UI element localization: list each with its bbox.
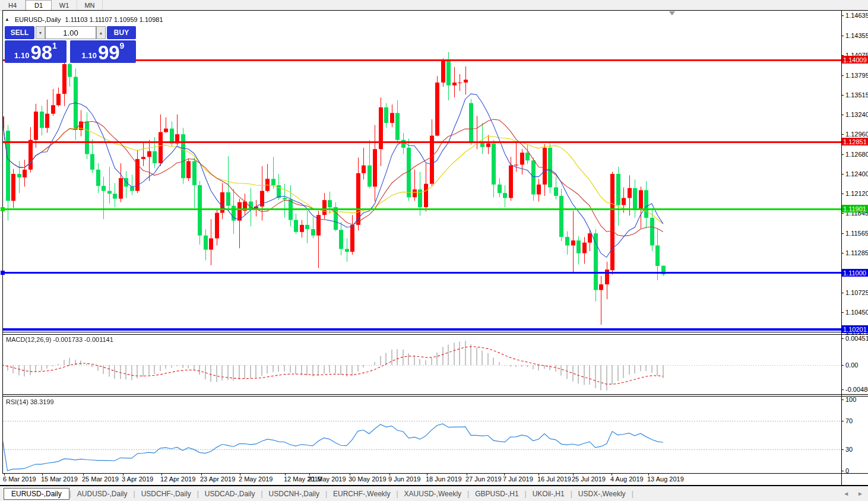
chart-ohlc-values: 1.11103 1.11107 1.10959 1.10981 [65,16,163,23]
axis-tick [841,338,844,339]
tab-scroll-right-icon[interactable]: ► [857,490,863,497]
chart-tab-usdcnh[interactable]: USDCNH-,Daily [263,488,325,500]
macd-rsi-separator-a [2,394,868,395]
timeframe-button-d1[interactable]: D1 [26,0,52,10]
price-axis-label: 1.14355 [845,32,868,39]
lot-increase-icon[interactable]: ▲ [96,26,106,39]
chart-tab-usdx[interactable]: USDX-,Weekly [572,488,632,500]
tab-scroll-arrows: ◄ ► [843,486,863,501]
support-line-1.11000[interactable] [3,272,841,274]
axis-tick [841,174,844,175]
axis-tick [841,471,844,471]
macd-axis-label: 0.004517 [845,335,868,342]
chart-shift-marker-icon[interactable] [669,11,675,15]
buy-button[interactable]: BUY [107,26,136,39]
price-axis-label: 1.11285 [845,249,868,256]
time-axis-label: 15 Mar 2019 [41,475,78,483]
time-axis-label: 6 Mar 2019 [3,475,36,483]
chart-tab-eurusd[interactable]: EURUSD-,Daily [4,488,69,500]
buy-price-pips: 99 [98,43,120,62]
buy-price-button[interactable]: 1.10 99 9 [70,40,136,63]
sell-button[interactable]: SELL [5,26,34,39]
axis-tick [841,449,844,450]
axis-tick [841,213,844,214]
axis-tick [841,75,844,76]
time-axis-label: 25 Jul 2019 [572,475,606,483]
collapse-panel-icon[interactable]: ▲ [5,17,9,22]
time-axis-label: 25 Mar 2019 [82,475,119,483]
chart-symbol-period: EURUSD-,Daily [15,16,61,23]
price-axis-label: 1.13795 [845,72,868,79]
timeframe-button-w1[interactable]: W1 [52,0,77,10]
macd-label: MACD(12,26,9) -0.001733 -0.001141 [6,336,113,343]
chart-tab-gbpusd[interactable]: GBPUSD-,H1 [469,488,524,500]
chart-tab-usdchf[interactable]: USDCHF-,Daily [135,488,197,500]
axis-tick [841,365,844,366]
chart-tab-ukoil[interactable]: UKOil-,H1 [527,488,571,500]
axis-tick [841,15,844,16]
chart-tab-bar: EURUSD-,Daily|AUDUSD-,Daily|USDCHF-,Dail… [0,486,868,501]
main-macd-separator-a [2,332,868,332]
one-click-trade-panel: SELL ▼ 1.00 ▲ BUY 1.10 98 1 1.10 99 9 [5,26,136,63]
time-axis-label: 2 May 2019 [239,475,273,483]
macd-axis-label: -0.004806 [845,386,868,393]
support-line-1.10201[interactable] [3,328,841,331]
time-axis-label: 13 Aug 2019 [647,475,684,483]
rsi-axis-label: 100 [845,396,856,403]
price-tag-1.12851: 1.12851 [842,138,868,145]
axis-tick [841,293,844,293]
price-tag-1.10201: 1.10201 [842,325,868,333]
price-axis-label: 1.14635 [845,12,868,19]
timeframe-button-h4[interactable]: H4 [0,0,26,10]
lot-size-input[interactable]: 1.00 [45,26,96,39]
time-axis-label: 16 Jul 2019 [537,475,571,483]
axis-tick [841,95,844,96]
price-axis-label: 1.12960 [845,131,868,138]
chart-title: ▲ EURUSD-,Daily 1.11103 1.11107 1.10959 … [5,15,163,23]
axis-tick [841,312,844,313]
tab-scroll-left-icon[interactable]: ◄ [843,490,849,497]
sell-price-pips: 98 [30,43,52,62]
rsi-axis-label: 0 [845,467,849,474]
sell-price-button[interactable]: 1.10 98 1 [5,40,66,63]
time-axis-label: 23 Apr 2019 [200,475,235,483]
price-axis-label: 1.10725 [845,289,868,296]
chart-tab-eurchf[interactable]: EURCHF-,Weekly [327,488,396,500]
price-axis[interactable]: 1.146351.143551.140751.137951.135151.132… [841,10,868,486]
axis-tick [841,389,844,390]
axis-tick [841,253,844,253]
line-drag-handle[interactable] [1,207,5,211]
rsi-indicator-canvas[interactable] [3,397,841,473]
axis-tick [841,194,844,194]
buy-price-prefix: 1.10 [82,49,97,62]
line-drag-handle[interactable] [1,271,5,275]
time-axis-label: 27 Jun 2019 [465,475,502,483]
timeframe-button-mn[interactable]: MN [77,0,103,10]
time-axis-label: 7 Jul 2019 [503,475,533,483]
price-axis-label: 1.11565 [845,230,868,237]
price-tag-1.11901: 1.11901 [842,205,868,213]
price-axis-label: 1.12680 [845,151,868,158]
chart-tab-usdcad[interactable]: USDCAD-,Daily [199,488,261,500]
axis-tick [841,399,844,400]
macd-axis-label: 0.00 [845,362,858,369]
time-axis-label: 9 Jun 2019 [388,475,420,483]
buy-price-point: 9 [120,42,125,50]
chart-tab-audusd[interactable]: AUDUSD-,Daily [71,488,134,500]
price-axis-label: 1.10450 [845,309,868,316]
time-axis[interactable]: 6 Mar 201915 Mar 201925 Mar 20193 Apr 20… [0,474,841,485]
resistance-line-1.12851[interactable] [3,141,841,143]
chart-tabs: EURUSD-,Daily|AUDUSD-,Daily|USDCHF-,Dail… [0,488,633,500]
axis-tick [841,233,844,234]
support-line-1.11901[interactable] [3,208,841,210]
timeframe-toolbar: H4D1W1MN [0,0,868,11]
rsi-axis-label: 70 [845,417,853,424]
chart-tab-xauusd[interactable]: XAUUSD-,Weekly [398,488,467,500]
macd-indicator-canvas[interactable] [3,335,841,394]
mt4-chart-window: H4D1W1MN ▲ EURUSD-,Daily 1.11103 1.11107… [0,0,868,501]
lot-decrease-icon[interactable]: ▼ [36,26,45,39]
time-axis-label: 4 Aug 2019 [610,475,644,483]
axis-tick [841,421,844,421]
time-axis-label: 21 May 2019 [308,475,346,483]
time-axis-label: 30 May 2019 [349,475,387,483]
